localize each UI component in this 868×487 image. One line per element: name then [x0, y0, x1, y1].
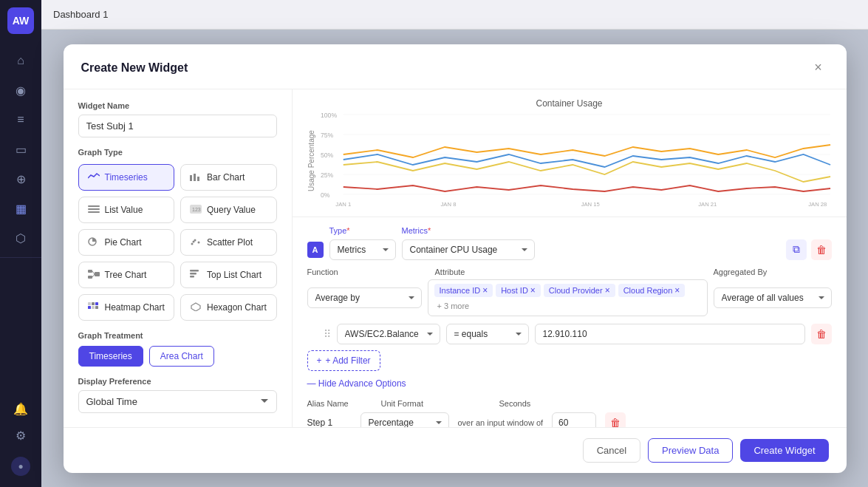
- sidebar-item-cube[interactable]: ⬡: [7, 225, 34, 251]
- create-widget-button[interactable]: Create Widget: [740, 439, 828, 462]
- aggregated-by-select[interactable]: Average of all values Sum of all values …: [714, 287, 832, 308]
- scatter-plot-label: Scatter Plot: [207, 237, 253, 248]
- metrics-col-label: Metrics*: [402, 226, 431, 235]
- sidebar-item-grid[interactable]: ▦: [7, 195, 34, 222]
- graph-type-pie-chart[interactable]: Pie Chart: [78, 229, 175, 256]
- graph-type-tree-chart[interactable]: Tree Chart: [78, 262, 175, 288]
- svg-text:100%: 100%: [321, 112, 337, 119]
- svg-text:25%: 25%: [321, 171, 333, 178]
- delete-filter-button[interactable]: 🗑: [811, 324, 832, 344]
- graph-type-hexagon-chart[interactable]: Hexagon Chart: [180, 294, 277, 321]
- chart-title: Container Usage: [307, 98, 832, 109]
- sidebar-item-bot[interactable]: ◉: [7, 77, 34, 103]
- timeseries-icon: [88, 171, 100, 183]
- filter-attribute-select[interactable]: AWS/EC2.Balance: [337, 324, 440, 344]
- modal-header: Create New Widget ×: [64, 44, 847, 89]
- treatment-timeseries[interactable]: Timeseries: [78, 346, 143, 367]
- tag-more: + 3 more: [434, 300, 473, 312]
- preview-data-button[interactable]: Preview Data: [648, 438, 733, 463]
- sidebar-item-list[interactable]: ≡: [7, 106, 34, 133]
- svg-text:JAN 8: JAN 8: [440, 200, 457, 207]
- pie-chart-label: Pie Chart: [105, 237, 142, 248]
- cancel-button[interactable]: Cancel: [583, 438, 640, 463]
- app-logo[interactable]: AW: [7, 7, 34, 34]
- type-select[interactable]: Metrics Logs Traces: [329, 239, 396, 260]
- svg-rect-15: [95, 272, 100, 276]
- advance-options-toggle[interactable]: — Hide Advance Options: [307, 378, 406, 389]
- seconds-input[interactable]: [552, 412, 596, 427]
- dashboard-title: Dashboard 1: [53, 9, 108, 20]
- modal-body: Widget Name Graph Type Timeseries: [64, 89, 847, 427]
- tree-chart-label: Tree Chart: [105, 270, 147, 280]
- delete-metric-button[interactable]: 🗑: [811, 239, 832, 260]
- graph-treatment-label: Graph Treatment: [78, 331, 277, 340]
- add-filter-label: + Add Filter: [326, 355, 371, 366]
- graph-type-heatmap-chart[interactable]: Heatmap Chart: [78, 294, 175, 321]
- display-pref-select[interactable]: Global Time Custom Time Last 1 Hour Last…: [78, 390, 277, 413]
- advance-header: Alias Name Unit Format Seconds: [307, 399, 832, 408]
- graph-type-bar-chart[interactable]: Bar Chart: [180, 164, 277, 191]
- modal-overlay: Create New Widget × Widget Name Graph Ty…: [41, 30, 868, 487]
- type-col-label: Type*: [329, 226, 396, 235]
- sidebar-item-file[interactable]: ▭: [7, 136, 34, 163]
- svg-rect-13: [88, 270, 92, 273]
- bar-chart-icon: [190, 171, 202, 183]
- advance-toggle-label: — Hide Advance Options: [307, 378, 406, 389]
- hexagon-chart-icon: [190, 302, 202, 313]
- svg-text:JAN 28: JAN 28: [808, 200, 827, 207]
- svg-line-17: [92, 274, 95, 277]
- filter-value-input[interactable]: [535, 324, 805, 344]
- filter-operator-select[interactable]: = equals != not equals > greater than < …: [446, 324, 529, 344]
- sidebar-item-settings[interactable]: ⚙: [7, 422, 34, 449]
- modal-title: Create New Widget: [81, 61, 188, 75]
- graph-type-query-value[interactable]: 123 Query Value: [180, 197, 277, 223]
- modal-close-button[interactable]: ×: [808, 58, 829, 78]
- chart-area: Container Usage Usage Percentage 100% 75…: [293, 89, 847, 217]
- tag-cloud-provider: Cloud Provider ×: [544, 284, 615, 297]
- metrics-select[interactable]: Container CPU Usage Container Memory Usa…: [402, 239, 535, 260]
- sidebar-item-user[interactable]: ●: [7, 453, 34, 480]
- svg-rect-14: [88, 276, 92, 279]
- svg-rect-26: [95, 306, 98, 309]
- graph-type-top-list-chart[interactable]: Top List Chart: [180, 262, 277, 288]
- delete-advance-row-button[interactable]: 🗑: [605, 412, 626, 427]
- advance-section: Alias Name Unit Format Seconds Step 1 Pe…: [307, 396, 832, 427]
- svg-rect-20: [190, 276, 194, 278]
- svg-rect-0: [190, 175, 192, 181]
- add-filter-button[interactable]: + + Add Filter: [307, 350, 380, 371]
- unit-format-select[interactable]: Percentage Bytes Milliseconds Seconds: [360, 412, 449, 427]
- svg-rect-5: [88, 211, 100, 213]
- svg-rect-1: [194, 174, 196, 181]
- sidebar-item-alert[interactable]: 🔔: [7, 395, 34, 422]
- svg-text:JAN 21: JAN 21: [698, 200, 717, 207]
- function-col-label: Function: [307, 268, 429, 276]
- create-widget-modal: Create New Widget × Widget Name Graph Ty…: [64, 44, 847, 473]
- top-bar: Dashboard 1: [41, 0, 868, 30]
- svg-rect-3: [88, 205, 100, 207]
- seconds-col-label: Seconds: [499, 399, 531, 408]
- tag-host-id: Host ID ×: [496, 284, 541, 297]
- widget-name-input[interactable]: [78, 115, 277, 137]
- attribute-col-label: Attribute: [435, 268, 708, 276]
- top-list-chart-icon: [190, 269, 202, 281]
- copy-metric-button[interactable]: ⧉: [786, 239, 807, 260]
- graph-type-list-value[interactable]: List Value: [78, 197, 175, 223]
- treatment-area-chart[interactable]: Area Chart: [149, 346, 214, 367]
- svg-rect-23: [95, 302, 98, 305]
- graph-type-scatter-plot[interactable]: Scatter Plot: [180, 229, 277, 256]
- svg-rect-4: [88, 208, 100, 210]
- drag-handle-icon[interactable]: ⠿: [324, 328, 331, 340]
- svg-rect-24: [88, 306, 91, 309]
- sidebar-item-home[interactable]: ⌂: [7, 47, 34, 74]
- svg-rect-2: [197, 177, 199, 181]
- sidebar-item-network[interactable]: ⊕: [7, 166, 34, 192]
- bar-chart-label: Bar Chart: [207, 172, 245, 183]
- graph-type-grid: Timeseries Bar Chart List: [78, 164, 277, 321]
- config-area: Type* Metrics* A Metrics Logs Traces: [293, 217, 847, 427]
- graph-type-timeseries[interactable]: Timeseries: [78, 164, 175, 191]
- attribute-tag-select[interactable]: Instance ID × Host ID × Cloud Provider ×…: [428, 279, 708, 316]
- heatmap-chart-label: Heatmap Chart: [105, 302, 165, 313]
- filter-row: ⠿ AWS/EC2.Balance = equals != not equals…: [307, 324, 832, 344]
- timeseries-label: Timeseries: [105, 172, 148, 183]
- function-select[interactable]: Average by Sum by Min by Max by: [307, 287, 422, 308]
